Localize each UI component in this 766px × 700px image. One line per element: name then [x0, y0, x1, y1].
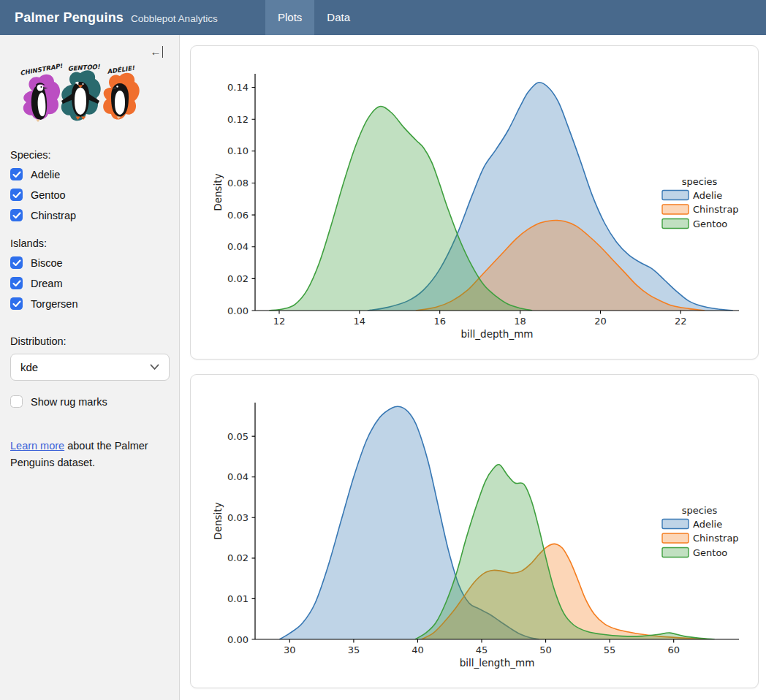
unchecked-checkbox-icon [10, 395, 23, 408]
svg-text:0.05: 0.05 [227, 431, 249, 442]
svg-text:0.04: 0.04 [227, 241, 249, 252]
chevron-down-icon [150, 364, 159, 370]
svg-text:50: 50 [539, 644, 552, 655]
checked-checkbox-icon [10, 297, 23, 310]
checkbox-label: Chinstrap [31, 210, 76, 221]
checkbox-label: Show rug marks [31, 396, 107, 408]
navbar: Palmer Penguins Cobblepot Analytics Plot… [0, 0, 766, 35]
svg-text:55: 55 [604, 644, 616, 655]
svg-text:0.02: 0.02 [227, 552, 249, 563]
checkbox-biscoe[interactable]: Biscoe [10, 256, 169, 270]
checkbox-label: Biscoe [31, 257, 63, 269]
svg-text:0.00: 0.00 [227, 634, 249, 645]
svg-text:16: 16 [433, 316, 446, 327]
species-group-label: Species: [10, 149, 169, 161]
svg-text:species: species [682, 505, 718, 516]
app-brand: Palmer Penguins Cobblepot Analytics [0, 10, 218, 26]
svg-text:0.06: 0.06 [227, 210, 249, 221]
svg-text:0.00: 0.00 [227, 305, 249, 316]
checked-checkbox-icon [10, 209, 23, 221]
bill-depth-chart-card: 1214161820220.000.020.040.060.080.100.12… [190, 45, 759, 359]
svg-text:species: species [682, 176, 718, 187]
svg-text:0.14: 0.14 [227, 82, 249, 93]
distribution-select[interactable]: kde [10, 354, 170, 381]
app-title: Palmer Penguins [15, 10, 124, 26]
bill-length-kde-chart: 303540455055600.000.010.020.030.040.05bi… [191, 375, 758, 688]
svg-text:22: 22 [675, 316, 687, 327]
main-content: 1214161820220.000.020.040.060.080.100.12… [181, 35, 766, 700]
islands-group-label: Islands: [10, 237, 169, 249]
svg-text:40: 40 [412, 644, 424, 655]
checkbox-adelie[interactable]: Adelie [10, 167, 169, 181]
checked-checkbox-icon [10, 256, 23, 269]
svg-text:0.04: 0.04 [227, 471, 249, 482]
svg-text:bill_length_mm: bill_length_mm [460, 657, 535, 669]
svg-text:0.02: 0.02 [227, 273, 249, 284]
checkbox-chinstrap[interactable]: Chinstrap [10, 208, 169, 222]
checkbox-label: Torgersen [31, 298, 77, 310]
tab-data[interactable]: Data [314, 0, 363, 35]
svg-text:35: 35 [348, 644, 360, 655]
checkbox-label: Adelie [31, 169, 60, 180]
gentoo-artwork-label: GENTOO! [67, 63, 101, 72]
bill-depth-kde-chart: 1214161820220.000.020.040.060.080.100.12… [191, 46, 758, 359]
checked-checkbox-icon [10, 277, 23, 289]
svg-text:0.01: 0.01 [227, 593, 249, 604]
svg-text:12: 12 [273, 316, 286, 327]
checked-checkbox-icon [10, 168, 23, 180]
checkbox-show-rug-marks[interactable]: Show rug marks [10, 395, 169, 408]
svg-text:0.10: 0.10 [227, 145, 249, 156]
svg-text:Chinstrap: Chinstrap [693, 204, 739, 215]
checkbox-dream[interactable]: Dream [10, 276, 169, 290]
svg-text:0.08: 0.08 [227, 178, 249, 189]
app-subtitle: Cobblepot Analytics [131, 13, 218, 24]
penguins-artwork-image: CHINSTRAP! GENTOO! ADÉLIE! [10, 63, 148, 134]
bill-length-chart-card: 303540455055600.000.010.020.030.040.05bi… [190, 374, 759, 688]
svg-text:14: 14 [354, 316, 366, 327]
chinstrap-artwork-label: CHINSTRAP! [20, 63, 64, 77]
svg-text:Chinstrap: Chinstrap [693, 533, 739, 544]
distribution-label: Distribution: [10, 335, 169, 347]
svg-text:18: 18 [514, 316, 526, 327]
tab-plots[interactable]: Plots [265, 0, 314, 35]
checkbox-label: Gentoo [31, 189, 66, 201]
nav-tabs: Plots Data [265, 0, 363, 35]
svg-text:30: 30 [284, 644, 296, 655]
checkbox-torgersen[interactable]: Torgersen [10, 297, 169, 311]
collapse-sidebar-icon[interactable]: ← [151, 45, 164, 58]
svg-text:Density: Density [212, 173, 224, 210]
checkbox-label: Dream [31, 278, 63, 289]
svg-text:60: 60 [667, 644, 680, 655]
svg-text:0.12: 0.12 [227, 114, 249, 125]
svg-text:20: 20 [594, 316, 607, 327]
checked-checkbox-icon [10, 189, 23, 201]
svg-text:Adelie: Adelie [693, 519, 722, 530]
svg-text:45: 45 [476, 644, 488, 655]
sidebar: ← [0, 35, 180, 700]
dataset-info-text: Learn more about the Palmer Penguins dat… [10, 438, 160, 472]
adelie-artwork-label: ADÉLIE! [107, 64, 136, 75]
learn-more-link[interactable]: Learn more [10, 440, 64, 452]
svg-text:0.03: 0.03 [227, 512, 249, 523]
svg-text:Gentoo: Gentoo [693, 547, 727, 558]
svg-text:Gentoo: Gentoo [693, 218, 727, 229]
distribution-selected-value: kde [20, 361, 38, 373]
checkbox-gentoo[interactable]: Gentoo [10, 188, 169, 202]
svg-text:Adelie: Adelie [693, 190, 722, 201]
svg-text:bill_depth_mm: bill_depth_mm [461, 328, 534, 340]
svg-text:Density: Density [212, 502, 224, 539]
